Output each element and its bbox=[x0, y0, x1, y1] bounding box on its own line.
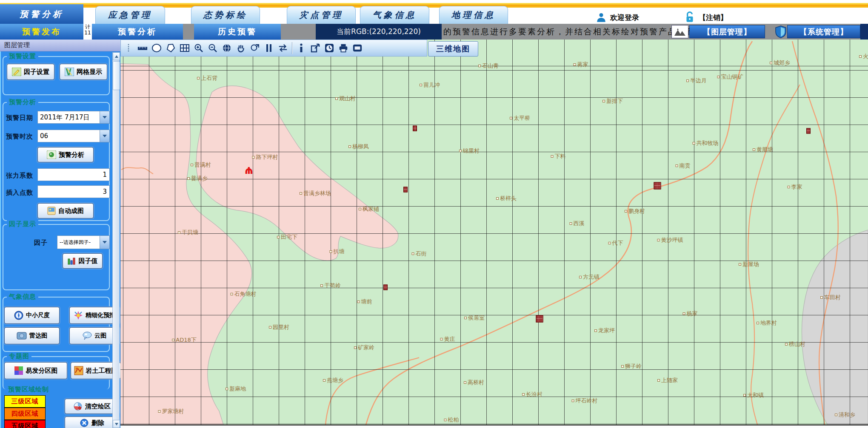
points-input[interactable]: 3 bbox=[37, 185, 110, 198]
logout-control[interactable]: 【注销】 bbox=[684, 11, 728, 24]
refresh-icon[interactable] bbox=[278, 43, 288, 53]
map-place-label: 新屋场 bbox=[739, 261, 759, 268]
map-toolbar bbox=[120, 40, 427, 57]
place-marker bbox=[510, 117, 512, 119]
analyze-icon bbox=[47, 150, 56, 159]
pan-hand-icon[interactable] bbox=[236, 43, 246, 53]
place-marker bbox=[464, 381, 466, 384]
map-place-label: 罗家塘村 bbox=[158, 408, 184, 415]
map-place-label: 苗儿冲 bbox=[420, 81, 440, 89]
welcome-label: 欢迎登录 bbox=[610, 13, 639, 23]
place-marker bbox=[835, 414, 837, 416]
place-marker bbox=[859, 55, 862, 58]
export-icon[interactable] bbox=[310, 43, 320, 53]
map-3d-button[interactable]: 三维地图 bbox=[428, 41, 478, 57]
chevron-down-icon[interactable] bbox=[100, 111, 109, 123]
place-marker bbox=[420, 84, 422, 86]
warn-settings-button-2[interactable]: 网格显示 bbox=[60, 64, 107, 80]
sidebar-title: 图层管理 bbox=[0, 40, 120, 51]
drag-handle-icon bbox=[123, 43, 134, 53]
place-marker bbox=[785, 343, 788, 346]
nav-end-block bbox=[860, 24, 868, 40]
factor-value-button[interactable]: 因子值 bbox=[63, 253, 103, 269]
scroll-up-button[interactable] bbox=[113, 52, 120, 60]
drawn-anchor-symbol: Ψ bbox=[245, 165, 253, 176]
scroll-down-button[interactable] bbox=[113, 420, 120, 428]
grid-display-icon bbox=[65, 68, 74, 76]
main-tab-2[interactable]: 应急管理 bbox=[95, 6, 165, 24]
place-marker bbox=[608, 242, 611, 244]
map-place-label: 石街 bbox=[412, 250, 427, 258]
main-tab-5[interactable]: 气象信息 bbox=[360, 6, 429, 24]
warning-level-swatch-4[interactable]: 四级区域 bbox=[4, 408, 46, 420]
pause-icon[interactable] bbox=[264, 43, 274, 53]
main-tab-1[interactable]: 预警分析 bbox=[0, 4, 83, 24]
weather-button-1[interactable]: 中小尺度 bbox=[4, 307, 60, 324]
warning-level-swatch-3[interactable]: 三级区域 bbox=[4, 395, 46, 408]
map-place-label: 共和牧场 bbox=[693, 139, 719, 147]
mine-marker bbox=[383, 285, 388, 290]
warn-date-select[interactable]: 2011年 7月17日 bbox=[37, 111, 110, 124]
place-marker bbox=[739, 263, 741, 266]
place-marker bbox=[657, 379, 660, 382]
road-main bbox=[366, 41, 752, 425]
ellipse-select-icon[interactable] bbox=[151, 43, 162, 53]
chevron-down-icon[interactable] bbox=[100, 130, 109, 142]
zoom-out-icon[interactable] bbox=[208, 43, 218, 53]
thematic-button-1[interactable]: 易发分区图 bbox=[4, 362, 67, 379]
system-manage-icon bbox=[772, 25, 789, 38]
map-canvas[interactable]: 石山青蒋家城郊乡火上石背苗儿冲半边月宝山铜矿观山村新排下太平桥杨柳凤锦里村共和牧… bbox=[120, 40, 868, 425]
sidebar-scrollbar[interactable] bbox=[112, 52, 120, 428]
clear-draw-icon bbox=[73, 402, 83, 411]
delete-button[interactable]: 删除 bbox=[65, 417, 119, 428]
warn-time-select[interactable]: 06 bbox=[37, 130, 110, 142]
print-icon[interactable] bbox=[338, 43, 348, 53]
scrollbar-thumb[interactable] bbox=[113, 61, 120, 90]
map-place-label: 干苟岭 bbox=[320, 282, 341, 289]
zoom-in-icon[interactable] bbox=[194, 43, 204, 53]
map-place-label: 坪石岭村 bbox=[572, 397, 598, 405]
measure-icon[interactable] bbox=[137, 43, 148, 53]
clear-draw-button[interactable]: 清空绘区 bbox=[65, 399, 119, 414]
page-bottom-strip bbox=[120, 425, 868, 428]
place-marker bbox=[496, 197, 499, 200]
current-rgb-readout: 当前RGB:(220,220,220) bbox=[316, 24, 442, 40]
main-tab-6[interactable]: 地理信息 bbox=[439, 6, 508, 24]
map-place-label: 黄沙坪镇 bbox=[657, 236, 683, 244]
main-tab-4[interactable]: 灾点管理 bbox=[287, 6, 356, 24]
warning-level-swatch-5[interactable]: 五级区域 bbox=[4, 420, 46, 428]
sub-tab-1[interactable]: 预警发布 bbox=[0, 24, 83, 40]
warn-settings-button-1[interactable]: 因子设置 bbox=[7, 64, 54, 80]
map-place-label: 清和乡 bbox=[835, 411, 855, 419]
map-place-label: 桥梓头 bbox=[496, 195, 517, 202]
history-clock-icon[interactable] bbox=[324, 43, 334, 53]
map-place-label: 矿家岭 bbox=[354, 344, 374, 351]
main-tab-3[interactable]: 态势标绘 bbox=[191, 6, 260, 24]
group-title: 预警分析 bbox=[7, 98, 38, 106]
grid-toggle-icon[interactable] bbox=[180, 43, 190, 53]
factor-select[interactable]: --请选择因子- bbox=[57, 235, 110, 249]
layer-manage-button[interactable]: 【图层管理】 bbox=[689, 25, 765, 38]
system-manage-button[interactable]: 【系统管理】 bbox=[787, 25, 860, 38]
map-place-label: 方元镇 bbox=[579, 273, 600, 281]
tension-input[interactable]: 1 bbox=[37, 168, 110, 181]
zoom-window-icon[interactable] bbox=[250, 43, 260, 53]
place-marker bbox=[252, 156, 255, 159]
full-extent-icon[interactable] bbox=[222, 43, 232, 53]
date-label: 预警日期 bbox=[6, 114, 33, 122]
welcome-login[interactable]: 欢迎登录 bbox=[596, 11, 639, 24]
place-marker bbox=[522, 393, 525, 396]
polygon-select-icon[interactable] bbox=[166, 43, 176, 53]
weather-button-3[interactable]: 雷达图 bbox=[4, 327, 60, 344]
meso-icon bbox=[14, 311, 23, 320]
auto-map-button[interactable]: 自动成图 bbox=[37, 203, 94, 218]
warn-analyze-button[interactable]: 预警分析 bbox=[37, 147, 94, 162]
map-place-label: 地界村 bbox=[757, 319, 777, 327]
identify-info-icon[interactable] bbox=[296, 43, 306, 53]
map-place-label: 普满乡林场 bbox=[300, 190, 331, 197]
print-preview-icon[interactable] bbox=[352, 43, 363, 53]
sub-tab-3[interactable]: 历史预警 bbox=[194, 24, 281, 40]
map-place-label: 普满村 bbox=[191, 161, 211, 169]
chevron-down-icon[interactable] bbox=[100, 236, 109, 249]
sub-tab-2[interactable]: 预警分析 bbox=[92, 24, 183, 40]
